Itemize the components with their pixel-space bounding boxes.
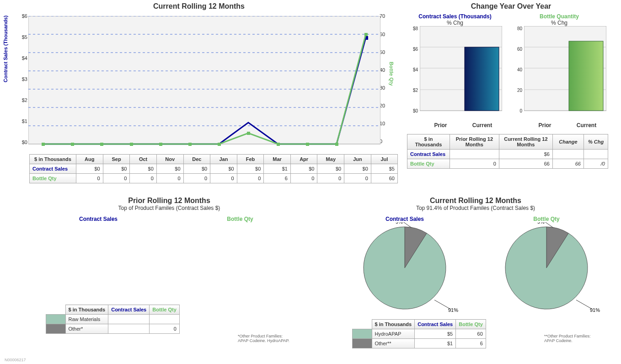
current-footnote: **Other Product Families: APAP Codeine.: [544, 334, 591, 343]
prior-pies-table: $ in Thousands Contract Sales Bottle Qty…: [46, 305, 180, 334]
yoy-title: Change Year Over Year: [407, 2, 615, 11]
svg-rect-16: [247, 132, 250, 135]
rolling-12-line-chart: Current Rolling 12 Months Contract Sales…: [0, 2, 398, 194]
current-pies-title: Current Rolling 12 Months: [334, 197, 617, 205]
svg-rect-30: [569, 41, 603, 111]
document-id: N00006217: [5, 358, 26, 362]
y-axis-right-ticks: 70 60 50 40 30 20 10 0: [380, 13, 393, 156]
svg-rect-9: [42, 143, 45, 146]
rolling-12-title: Current Rolling 12 Months: [0, 2, 398, 11]
rolling-12-data-table: $ in Thousands Aug Sep Oct Nov Dec Jan F…: [29, 154, 398, 183]
svg-text:9%: 9%: [396, 222, 403, 225]
unit-label: $ in Thousands: [30, 155, 76, 164]
line-chart-svg: [28, 16, 380, 147]
current-sales-pie: 9% 91%: [350, 222, 460, 314]
prior-pies-panel: Prior Rolling 12 Months Top of Product F…: [27, 197, 311, 334]
current-pies-panel: Current Rolling 12 Months Top 91.4% of P…: [334, 197, 617, 348]
y-axis-left-ticks: $6 $5 $4 $3 $2 $1 $0: [14, 13, 27, 161]
yoy-qty-yaxis: 80 60 40 20 0: [512, 26, 522, 113]
svg-rect-12: [130, 143, 133, 146]
svg-rect-15: [218, 143, 221, 146]
svg-rect-25: [465, 47, 499, 111]
svg-text:91%: 91%: [590, 307, 600, 313]
yoy-qty-bar-chart: Bottle Quantity % Chg 80 60 40 20 0: [511, 13, 607, 128]
svg-rect-13: [159, 143, 162, 146]
yoy-summary-table: $ in Thousands Prior Rolling 12 Months C…: [407, 134, 608, 169]
svg-rect-17: [277, 143, 280, 146]
prior-pies-title: Prior Rolling 12 Months: [27, 197, 311, 205]
svg-rect-20: [364, 33, 368, 36]
yoy-sales-bar-chart: Contract Sales (Thousands) % Chg $8 $6 $…: [407, 13, 503, 128]
current-pies-table: $ in Thousands Contract Sales Bottle Qty…: [352, 319, 486, 348]
current-sales-pie-label: Contract Sales: [334, 216, 476, 222]
svg-rect-18: [306, 143, 309, 146]
prior-sales-pie-label: Contract Sales: [27, 216, 169, 222]
y-axis-left-label: Contract Sales (Thousands): [3, 16, 8, 82]
current-qty-pie-label: Bottle Qty: [476, 216, 617, 222]
prior-qty-pie-label: Bottle Qty: [169, 216, 311, 222]
yoy-sales-yaxis: $8 $6 $4 $2 $0: [408, 26, 418, 113]
current-qty-pie: 9% 91%: [492, 222, 601, 314]
svg-rect-10: [71, 143, 74, 146]
svg-text:91%: 91%: [448, 307, 458, 313]
svg-rect-0: [28, 16, 380, 144]
svg-rect-14: [188, 143, 192, 146]
svg-text:9%: 9%: [537, 222, 545, 225]
yoy-panel: Change Year Over Year Contract Sales (Th…: [407, 2, 615, 169]
prior-footnote: *Other Product Families: APAP Codeine. H…: [238, 334, 289, 343]
svg-rect-11: [100, 143, 103, 146]
svg-rect-19: [335, 143, 338, 146]
